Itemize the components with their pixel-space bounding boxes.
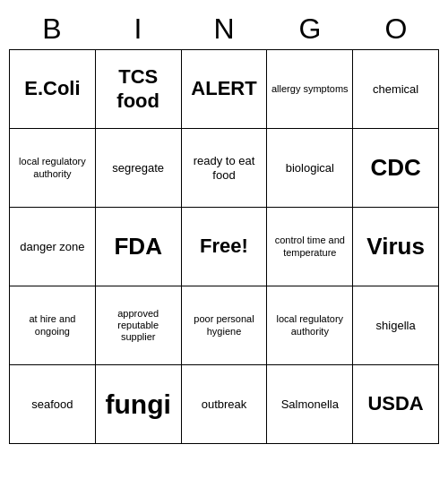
cell-3: allergy symptoms xyxy=(267,50,353,129)
cell-9: CDC xyxy=(353,129,439,208)
cell-13: control time and temperature xyxy=(267,208,353,286)
cell-18: local regulatory authority xyxy=(267,286,353,365)
cell-5: local regulatory authority xyxy=(10,129,96,208)
cell-0: E.Coli xyxy=(10,50,96,129)
bingo-header: B I N G O xyxy=(9,9,439,49)
cell-22: outbreak xyxy=(182,365,268,444)
cell-2: ALERT xyxy=(182,50,268,129)
cell-10: danger zone xyxy=(10,208,96,286)
cell-20: seafood xyxy=(10,365,96,444)
cell-14: Virus xyxy=(353,208,439,286)
bingo-card: B I N G O E.Coli TCS food ALERT allergy … xyxy=(9,9,439,444)
cell-24: USDA xyxy=(353,365,439,444)
letter-o: O xyxy=(353,9,439,49)
cell-15: at hire and ongoing xyxy=(10,286,96,365)
letter-n: N xyxy=(181,9,267,49)
cell-23: Salmonella xyxy=(267,365,353,444)
cell-1: TCS food xyxy=(96,50,182,129)
cell-4: chemical xyxy=(353,50,439,129)
cell-19: shigella xyxy=(353,286,439,365)
letter-i: I xyxy=(95,9,181,49)
cell-16: approved reputable supplier xyxy=(96,286,182,365)
cell-7: ready to eat food xyxy=(182,129,268,208)
cell-17: poor personal hygiene xyxy=(182,286,268,365)
letter-g: G xyxy=(267,9,353,49)
cell-12: Free! xyxy=(182,208,268,286)
cell-8: biological xyxy=(267,129,353,208)
bingo-grid: E.Coli TCS food ALERT allergy symptoms c… xyxy=(9,49,439,444)
letter-b: B xyxy=(9,9,95,49)
cell-6: segregate xyxy=(96,129,182,208)
cell-21: fungi xyxy=(96,365,182,444)
cell-11: FDA xyxy=(96,208,182,286)
